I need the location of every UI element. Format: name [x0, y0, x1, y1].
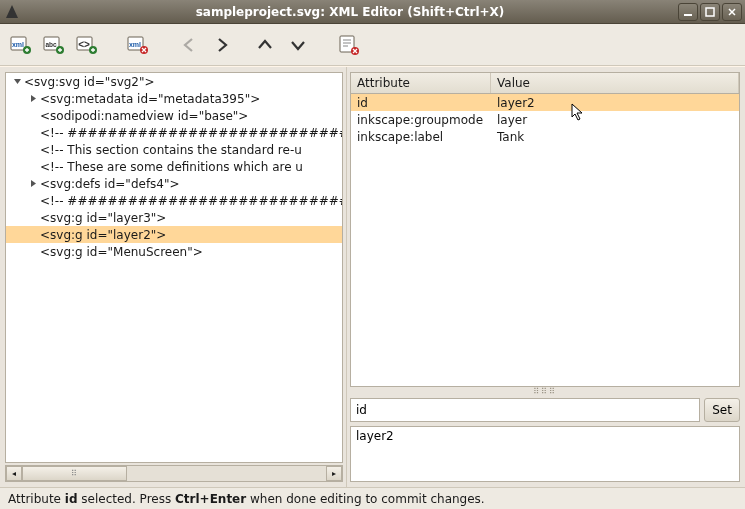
toolbar: xml abc <> xml [0, 24, 745, 66]
svg-rect-1 [684, 14, 692, 16]
attribute-row[interactable]: inkscape:labelTank [351, 128, 739, 145]
duplicate-node-button[interactable]: <> [72, 30, 102, 60]
attr-name-cell: inkscape:groupmode [351, 113, 491, 127]
tree-node-label: <!-- ############################ [40, 126, 342, 140]
svg-marker-0 [6, 5, 18, 18]
expander-none [28, 196, 38, 206]
svg-text:abc: abc [45, 41, 57, 48]
attr-name-cell: inkscape:label [351, 130, 491, 144]
main-content: <svg:svg id="svg2"><svg:metadata id="met… [0, 66, 745, 487]
tree-row[interactable]: <sodipodi:namedview id="base"> [6, 107, 342, 124]
expander-closed-icon[interactable] [28, 94, 38, 104]
close-button[interactable] [722, 3, 742, 21]
tree-node-label: <svg:defs id="defs4"> [40, 177, 180, 191]
scroll-thumb[interactable]: ⠿ [22, 466, 127, 481]
header-attribute[interactable]: Attribute [351, 73, 491, 93]
set-button[interactable]: Set [704, 398, 740, 422]
nav-back-button[interactable] [174, 30, 204, 60]
svg-text:xml: xml [12, 41, 24, 48]
expander-none [28, 111, 38, 121]
svg-rect-2 [706, 8, 714, 16]
tree-row[interactable]: <svg:metadata id="metadata395"> [6, 90, 342, 107]
new-text-button[interactable]: abc [39, 30, 69, 60]
attribute-name-input[interactable] [350, 398, 700, 422]
expander-closed-icon[interactable] [28, 179, 38, 189]
tree-node-label: <svg:g id="layer2"> [40, 228, 166, 242]
attribute-table[interactable]: Attribute Value idlayer2inkscape:groupmo… [350, 72, 740, 387]
delete-node-button[interactable]: xml [123, 30, 153, 60]
expander-none [28, 247, 38, 257]
panel-gripper[interactable]: ⠿⠿⠿ [350, 387, 740, 396]
attr-value-cell: layer2 [491, 96, 739, 110]
tree-node-label: <!-- This section contains the standard … [40, 143, 302, 157]
maximize-button[interactable] [700, 3, 720, 21]
xml-tree[interactable]: <svg:svg id="svg2"><svg:metadata id="met… [5, 72, 343, 463]
tree-node-label: <sodipodi:namedview id="base"> [40, 109, 248, 123]
window-title: sampleproject.svg: XML Editor (Shift+Ctr… [24, 5, 676, 19]
tree-node-label: <svg:g id="MenuScreen"> [40, 245, 203, 259]
tree-row[interactable]: <svg:g id="layer2"> [6, 226, 342, 243]
tree-node-label: <svg:metadata id="metadata395"> [40, 92, 260, 106]
expander-none [28, 230, 38, 240]
tree-node-label: <svg:svg id="svg2"> [24, 75, 155, 89]
window-titlebar: sampleproject.svg: XML Editor (Shift+Ctr… [0, 0, 745, 24]
attribute-edit-row: Set [350, 398, 740, 422]
tree-hscrollbar[interactable]: ◂ ⠿ ▸ [5, 465, 343, 482]
scroll-right-button[interactable]: ▸ [326, 466, 342, 481]
expander-none [28, 128, 38, 138]
expander-none [28, 162, 38, 172]
attribute-value-input[interactable] [350, 426, 740, 482]
tree-row[interactable]: <!-- This section contains the standard … [6, 141, 342, 158]
scroll-track[interactable]: ⠿ [22, 466, 326, 481]
attribute-table-header: Attribute Value [351, 73, 739, 94]
attribute-row[interactable]: idlayer2 [351, 94, 739, 111]
tree-row[interactable]: <!-- ############################ [6, 192, 342, 209]
move-up-button[interactable] [250, 30, 280, 60]
status-text: Attribute id selected. Press Ctrl+Enter … [8, 492, 485, 506]
tree-row[interactable]: <svg:g id="layer3"> [6, 209, 342, 226]
tree-row[interactable]: <svg:svg id="svg2"> [6, 73, 342, 90]
tree-row[interactable]: <svg:g id="MenuScreen"> [6, 243, 342, 260]
window-controls [676, 3, 742, 21]
attribute-table-body[interactable]: idlayer2inkscape:groupmodelayerinkscape:… [351, 94, 739, 386]
attribute-row[interactable]: inkscape:groupmodelayer [351, 111, 739, 128]
expander-none [28, 145, 38, 155]
delete-attribute-button[interactable] [334, 30, 364, 60]
new-element-button[interactable]: xml [6, 30, 36, 60]
expander-none [28, 213, 38, 223]
attr-value-cell: Tank [491, 130, 739, 144]
attribute-panel: Attribute Value idlayer2inkscape:groupmo… [347, 67, 745, 487]
status-bar: Attribute id selected. Press Ctrl+Enter … [0, 487, 745, 509]
tree-node-label: <!-- These are some definitions which ar… [40, 160, 303, 174]
app-icon [4, 4, 20, 20]
attr-name-cell: id [351, 96, 491, 110]
minimize-button[interactable] [678, 3, 698, 21]
tree-row[interactable]: <!-- ############################ [6, 124, 342, 141]
tree-node-label: <!-- ############################ [40, 194, 342, 208]
attr-value-cell: layer [491, 113, 739, 127]
move-down-button[interactable] [283, 30, 313, 60]
tree-row[interactable]: <svg:defs id="defs4"> [6, 175, 342, 192]
tree-panel: <svg:svg id="svg2"><svg:metadata id="met… [0, 67, 347, 487]
expander-open-icon[interactable] [12, 77, 22, 87]
header-value[interactable]: Value [491, 73, 739, 93]
nav-forward-button[interactable] [207, 30, 237, 60]
tree-row[interactable]: <!-- These are some definitions which ar… [6, 158, 342, 175]
svg-text:<>: <> [78, 39, 90, 50]
scroll-left-button[interactable]: ◂ [6, 466, 22, 481]
tree-node-label: <svg:g id="layer3"> [40, 211, 166, 225]
svg-text:xml: xml [129, 41, 141, 48]
